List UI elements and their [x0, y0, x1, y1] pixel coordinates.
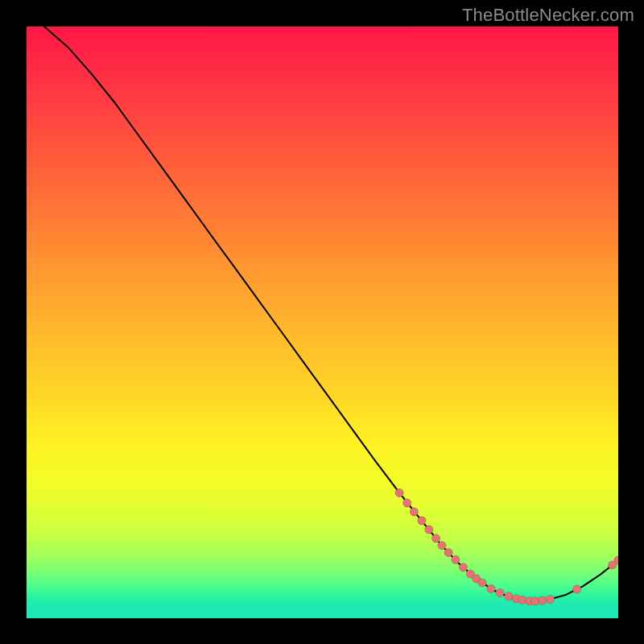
chart-container: TheBottleNecker.com — [0, 0, 644, 644]
data-marker — [478, 579, 486, 587]
watermark-text: TheBottleNecker.com — [462, 5, 634, 26]
data-marker — [438, 541, 446, 549]
chart-svg — [27, 27, 618, 618]
data-marker — [410, 508, 418, 516]
data-marker — [402, 499, 411, 507]
data-marker — [444, 548, 452, 556]
data-marker — [496, 588, 504, 597]
data-marker — [505, 592, 513, 601]
data-marker — [431, 535, 440, 543]
curve-line — [44, 27, 618, 601]
data-marker — [395, 489, 403, 497]
data-marker — [487, 584, 495, 592]
curve-markers — [395, 489, 618, 605]
data-marker — [452, 555, 460, 564]
data-marker — [418, 517, 426, 525]
data-marker — [572, 585, 580, 593]
data-marker — [539, 597, 547, 605]
data-marker — [546, 595, 554, 603]
data-marker — [459, 564, 467, 572]
data-marker — [425, 526, 433, 534]
